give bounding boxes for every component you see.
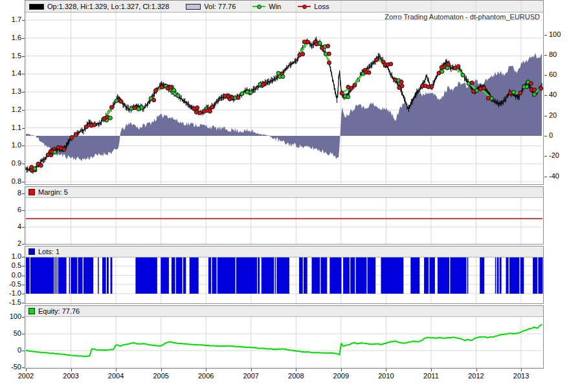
axis-tick-label: 4	[1, 223, 21, 231]
loss-marker-icon	[298, 6, 311, 7]
legend-item-volume: Vol: 77.76	[186, 3, 236, 10]
axis-tick-mark	[544, 55, 547, 56]
zorro-chart-window: Op:1.328, Hi:1.329, Lo:1.327, Cl:1.328 V…	[0, 0, 569, 392]
axis-tick-label: 0.5	[1, 261, 21, 270]
axis-tick-label: -0.5	[1, 280, 21, 289]
axis-tick-mark	[544, 177, 547, 177]
axis-tick-mark	[431, 369, 432, 371]
axis-tick-label: 2013	[507, 372, 535, 380]
axis-tick-label: 1.5	[1, 52, 21, 60]
legend-item-loss: Loss	[298, 3, 329, 10]
axis-tick-label: 0.9	[1, 159, 21, 168]
axis-tick-label: 1.4	[1, 69, 21, 78]
axis-tick-mark	[296, 369, 296, 371]
price-swatch-icon	[29, 4, 44, 10]
axis-tick-label: 2007	[237, 372, 265, 380]
axis-tick-label: -1.5	[1, 298, 21, 307]
axis-tick-mark	[544, 75, 547, 76]
axis-tick-label: 0	[549, 131, 568, 140]
axis-tick-mark	[341, 369, 342, 371]
price-chart-panel: Op:1.328, Hi:1.329, Lo:1.327, Cl:1.328 V…	[25, 0, 544, 185]
axis-tick-mark	[71, 369, 72, 371]
margin-header: Margin: 5	[25, 187, 543, 198]
axis-tick-label: 1.2	[1, 105, 21, 114]
equity-panel: Equity: 77.76	[25, 305, 544, 369]
axis-tick-mark	[544, 116, 547, 116]
axis-tick-mark	[251, 369, 252, 371]
axis-tick-mark	[116, 369, 117, 371]
equity-label: Equity: 77.76	[38, 307, 80, 315]
axis-tick-mark	[386, 369, 386, 371]
axis-tick-label: 60	[549, 71, 568, 79]
axis-tick-label: 2011	[417, 372, 445, 380]
axis-tick-label: 1.7	[1, 16, 21, 24]
chart-legend: Op:1.328, Hi:1.329, Lo:1.327, Cl:1.328 V…	[29, 2, 329, 11]
axis-tick-label: 1.1	[1, 124, 21, 132]
lots-label: Lots: 1	[38, 248, 60, 256]
axis-tick-label: 1.0	[1, 252, 21, 261]
axis-tick-label: 2004	[102, 372, 130, 380]
axis-tick-label: 80	[549, 50, 568, 59]
axis-tick-label: 2003	[57, 372, 85, 380]
axis-tick-label: 100	[1, 312, 21, 321]
chart-title: Zorro Trading Automaton - dt-phantom_EUR…	[385, 13, 540, 21]
axis-tick-label: 40	[549, 91, 568, 99]
axis-tick-label: -1.0	[1, 289, 21, 298]
axis-tick-mark	[544, 156, 547, 157]
axis-tick-mark	[206, 369, 206, 371]
axis-tick-label: 2008	[282, 372, 310, 380]
margin-panel: Margin: 5	[25, 186, 544, 245]
axis-tick-label: 2005	[147, 372, 175, 380]
axis-tick-label: 1.6	[1, 34, 21, 42]
volume-swatch-icon	[186, 4, 201, 10]
axis-tick-mark	[476, 369, 477, 371]
legend-volume-label: Vol: 77.76	[204, 3, 236, 10]
lots-panel: Lots: 1	[25, 246, 544, 304]
lots-header: Lots: 1	[25, 246, 543, 257]
axis-tick-label: 0	[1, 346, 21, 354]
margin-label: Margin: 5	[38, 188, 68, 196]
lots-bars	[26, 257, 543, 294]
axis-tick-label: 50	[1, 329, 21, 338]
axis-tick-mark	[161, 369, 162, 371]
axis-tick-mark	[544, 136, 547, 136]
axis-tick-label: 2006	[192, 372, 220, 380]
equity-swatch-icon	[28, 308, 35, 314]
axis-tick-label: 2012	[462, 372, 491, 380]
margin-swatch-icon	[28, 189, 35, 195]
axis-tick-label: -40	[549, 172, 568, 180]
price-plot-area[interactable]	[25, 1, 543, 184]
axis-tick-label: 2	[1, 239, 21, 248]
win-marker-icon	[252, 6, 265, 7]
axis-tick-mark	[544, 35, 547, 36]
axis-tick-label: 1.0	[1, 141, 21, 149]
legend-price-label: Op:1.328, Hi:1.329, Lo:1.327, Cl:1.328	[47, 3, 169, 10]
legend-item-price: Op:1.328, Hi:1.329, Lo:1.327, Cl:1.328	[29, 3, 169, 10]
legend-win-label: Win	[269, 3, 281, 10]
axis-tick-label: 2002	[12, 372, 40, 380]
axis-tick-label: -20	[549, 151, 568, 160]
axis-tick-mark	[544, 95, 547, 96]
axis-tick-mark	[26, 369, 27, 371]
legend-loss-label: Loss	[314, 3, 329, 10]
legend-item-win: Win	[252, 3, 281, 10]
axis-tick-mark	[521, 369, 522, 371]
axis-tick-label: 8	[1, 189, 21, 197]
equity-header: Equity: 77.76	[25, 306, 543, 317]
axis-tick-label: 2010	[372, 372, 400, 380]
axis-tick-label: 100	[549, 30, 568, 39]
axis-tick-label: 2009	[327, 372, 355, 380]
axis-tick-label: 6	[1, 206, 21, 214]
lots-swatch-icon	[28, 248, 35, 255]
axis-tick-label: 0.8	[1, 177, 21, 186]
axis-tick-label: 20	[549, 111, 568, 120]
axis-tick-label: 1.3	[1, 87, 21, 96]
axis-tick-label: -50	[1, 363, 21, 371]
axis-tick-label: 0.0	[1, 271, 21, 279]
